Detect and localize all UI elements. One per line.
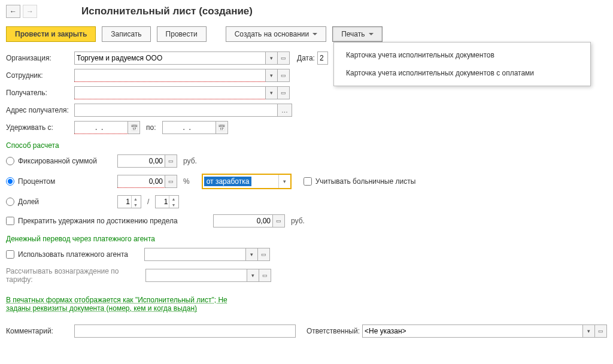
date-to-input[interactable] [162, 121, 216, 134]
org-input[interactable] [74, 51, 266, 65]
percent-base-select[interactable]: от заработка ▾ [202, 174, 292, 189]
open-icon[interactable] [258, 248, 270, 261]
unit-rub: руб. [183, 157, 197, 165]
comment-label: Комментарий: [6, 327, 72, 335]
spin-down[interactable]: ▼ [132, 202, 139, 208]
print-form-info-link[interactable]: В печатных формах отображается как "Испо… [6, 296, 245, 313]
tariff-input [145, 269, 247, 282]
dropdown-icon[interactable]: ▾ [266, 69, 278, 82]
open-icon[interactable] [595, 324, 607, 338]
withhold-from-label: Удерживать с: [6, 123, 72, 132]
toolbar: Провести и закрыть Записать Провести Соз… [6, 26, 607, 42]
comment-input[interactable] [74, 324, 296, 338]
create-based-button[interactable]: Создать на основании [226, 26, 327, 42]
percent-base-value: от заработка [204, 177, 252, 186]
responsible-label: Ответственный: [306, 327, 360, 335]
fraction-den[interactable]: ▲▼ [155, 195, 179, 208]
calendar-icon[interactable] [216, 121, 228, 134]
recipient-label: Получатель: [6, 89, 72, 97]
page-title: Исполнительный лист (создание) [81, 5, 253, 17]
calendar-icon[interactable] [128, 121, 140, 134]
radio-percent-label: Процентом [18, 177, 114, 186]
print-menu-item-card[interactable]: Карточка учета исполнительных документов [334, 46, 590, 64]
consider-sick-label: Учитывать больничные листы [315, 177, 416, 186]
dropdown-icon[interactable]: ▾ [278, 175, 290, 188]
radio-fixed[interactable] [6, 157, 14, 165]
agent-input[interactable] [144, 248, 246, 261]
dropdown-icon[interactable]: ▾ [266, 51, 278, 65]
spin-up[interactable]: ▲ [169, 196, 177, 202]
dropdown-icon[interactable]: ▾ [583, 324, 595, 338]
unit-rub2: руб. [291, 217, 305, 225]
responsible-input[interactable] [362, 324, 583, 338]
open-icon[interactable] [278, 86, 290, 99]
consider-sick-checkbox[interactable] [304, 177, 312, 186]
tariff-label: Рассчитывать вознаграждение по тарифу: [6, 267, 142, 284]
radio-fraction[interactable] [6, 198, 14, 206]
calc-icon[interactable]: ▭ [165, 154, 177, 168]
save-button[interactable]: Записать [102, 26, 150, 42]
stop-on-limit-checkbox[interactable] [6, 217, 14, 225]
dropdown-icon[interactable]: ▾ [266, 86, 278, 99]
spin-down[interactable]: ▼ [169, 202, 177, 208]
use-agent-label: Использовать платежного агента [18, 250, 141, 259]
radio-percent[interactable] [6, 177, 14, 186]
radio-fixed-label: Фиксированной суммой [18, 157, 114, 165]
org-label: Организация: [6, 54, 72, 62]
employee-label: Сотрудник: [6, 71, 72, 80]
use-agent-checkbox[interactable] [6, 250, 14, 259]
fraction-num[interactable]: ▲▼ [117, 195, 141, 208]
recipient-addr-input[interactable] [74, 104, 278, 117]
dropdown-icon[interactable]: ▾ [246, 248, 258, 261]
print-button[interactable]: Печать [332, 26, 382, 42]
stop-on-limit-label: Прекратить удержания по достижению преде… [18, 217, 210, 225]
print-menu-item-card-pay[interactable]: Карточка учета исполнительных документов… [334, 64, 590, 82]
dropdown-icon: ▾ [247, 269, 259, 282]
calc-icon[interactable]: ▭ [273, 214, 285, 228]
section-calc-method: Способ расчета [6, 141, 607, 150]
date-from-input[interactable] [74, 121, 128, 134]
date-input[interactable] [317, 51, 328, 65]
section-money-transfer: Денежный перевод через платежного агента [6, 235, 607, 243]
percent-input[interactable] [117, 175, 165, 188]
open-icon [259, 269, 271, 282]
slash: / [147, 198, 149, 206]
post-close-button[interactable]: Провести и закрыть [6, 26, 96, 42]
recipient-addr-label: Адрес получателя: [6, 106, 72, 114]
nav-back-button[interactable]: ← [6, 5, 20, 18]
open-icon[interactable] [278, 69, 290, 82]
unit-pct: % [183, 177, 190, 186]
open-icon[interactable] [278, 51, 290, 65]
date-label: Дата: [297, 54, 315, 62]
print-dropdown-menu: Карточка учета исполнительных документов… [333, 42, 591, 86]
to-label: по: [146, 123, 156, 132]
employee-input[interactable] [74, 69, 266, 82]
ellipsis-button[interactable]: … [278, 104, 292, 117]
recipient-input[interactable] [74, 86, 266, 99]
post-button[interactable]: Провести [157, 26, 207, 42]
limit-input[interactable] [213, 214, 273, 228]
radio-fraction-label: Долей [18, 198, 114, 206]
fixed-amount-input[interactable] [117, 154, 165, 168]
spin-up[interactable]: ▲ [132, 196, 139, 202]
nav-fwd-button[interactable]: → [23, 5, 37, 18]
calc-icon[interactable]: ▭ [165, 175, 177, 188]
